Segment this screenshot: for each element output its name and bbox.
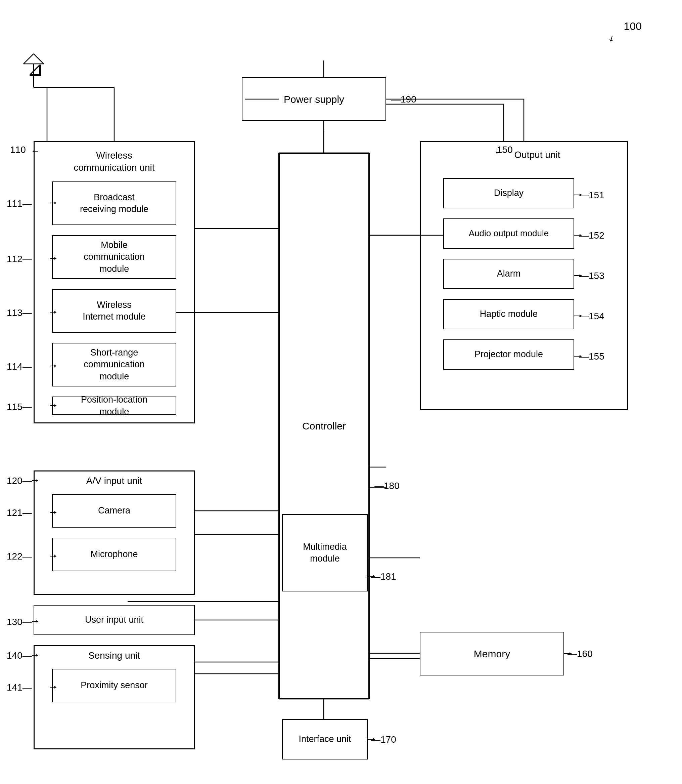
arrow-100: ↙ [606,33,617,44]
power-supply-box: Power supply [242,77,386,121]
svg-line-18 [24,54,33,64]
arrow-181 [368,574,376,579]
arrow-113 [50,310,57,315]
sensing-label: Sensing unit [47,650,181,661]
svg-marker-61 [569,652,572,655]
svg-marker-29 [54,311,56,313]
audio-output-box: Audio output module [443,219,574,249]
ref-151: —151 [579,190,604,201]
svg-marker-47 [496,152,498,154]
svg-marker-27 [54,257,56,260]
ref-115: 115— [7,402,32,412]
camera-box: Camera [52,494,176,528]
svg-marker-45 [54,686,56,688]
mobile-comm-box: Mobilecommunicationmodule [52,235,176,279]
ref-153: —153 [579,270,604,281]
proximity-box: Proximity sensor [52,669,176,703]
svg-marker-39 [54,555,56,557]
wireless-comm-label: Wirelesscommunication unit [47,150,181,174]
arrow-152 [574,233,583,238]
ref-140: 140— [7,650,32,661]
svg-marker-59 [373,575,375,578]
svg-marker-51 [580,234,582,236]
arrow-130 [32,619,38,624]
arrow-153 [574,273,583,278]
haptic-box: Haptic module [443,299,574,329]
ref-121: 121— [7,508,32,518]
arrow-160 [564,651,572,656]
ref-114: 114— [7,361,32,372]
arrow-121 [50,510,57,515]
svg-marker-33 [54,404,56,407]
svg-marker-25 [54,202,56,204]
arrow-120 [32,478,38,483]
ref-154: —154 [579,311,604,322]
arrow-150 [494,148,500,155]
svg-marker-43 [36,654,38,657]
svg-marker-53 [580,274,582,277]
output-unit-label: Output unit [453,150,621,160]
projector-box: Projector module [443,339,574,370]
arrow-112 [50,256,57,261]
ref-111: 111— [7,198,32,209]
arrow-155 [574,354,583,359]
svg-marker-55 [580,315,582,317]
ref-120: 120— [7,476,32,486]
ref-141: 141— [7,682,32,693]
arrow-140 [32,653,38,658]
av-input-label: A/V input unit [47,476,181,486]
arrow-111 [50,201,57,206]
arrow-141 [50,685,57,690]
ref-155: —155 [579,351,604,362]
ref-112: 112— [7,254,32,265]
svg-marker-41 [36,620,38,623]
position-loc-box: Position-locationmodule [52,396,176,415]
svg-marker-57 [580,355,582,358]
ref-122: 122— [7,551,32,562]
microphone-box: Microphone [52,538,176,571]
ref-180: —180 [374,481,400,491]
arrow-115 [50,403,57,408]
controller-label: Controller [302,420,346,432]
display-box: Display [443,178,574,208]
svg-marker-23 [33,150,35,153]
arrow-151 [574,193,583,198]
ref-152: —152 [579,230,604,241]
ref-190: —190 [391,94,416,105]
memory-box: Memory [420,632,564,675]
ref-113: 113— [7,308,32,318]
svg-marker-37 [54,511,56,514]
av-input-outer [33,471,195,595]
arrow-170 [368,737,376,742]
broadcast-box: Broadcastreceiving module [52,182,176,225]
wireless-internet-box: WirelessInternet module [52,289,176,333]
arrow-110 [32,148,38,155]
ref-100: 100 [624,20,642,33]
arrow-122 [50,554,57,559]
multimedia-box: Multimediamodule [282,514,368,591]
short-range-box: Short-rangecommunicationmodule [52,343,176,386]
svg-marker-49 [580,193,582,196]
antenna-svg [20,50,47,91]
arrow-114 [50,364,57,369]
ref-110: 110 [10,144,26,155]
svg-marker-31 [54,365,56,367]
interface-box: Interface unit [282,719,368,760]
svg-marker-35 [36,479,38,482]
alarm-box: Alarm [443,259,574,289]
arrow-154 [574,313,583,319]
ref-130: 130— [7,616,32,628]
user-input-box: User input unit [33,605,195,635]
svg-marker-63 [373,738,375,741]
svg-line-19 [33,54,44,64]
controller-box: Controller [279,153,370,699]
